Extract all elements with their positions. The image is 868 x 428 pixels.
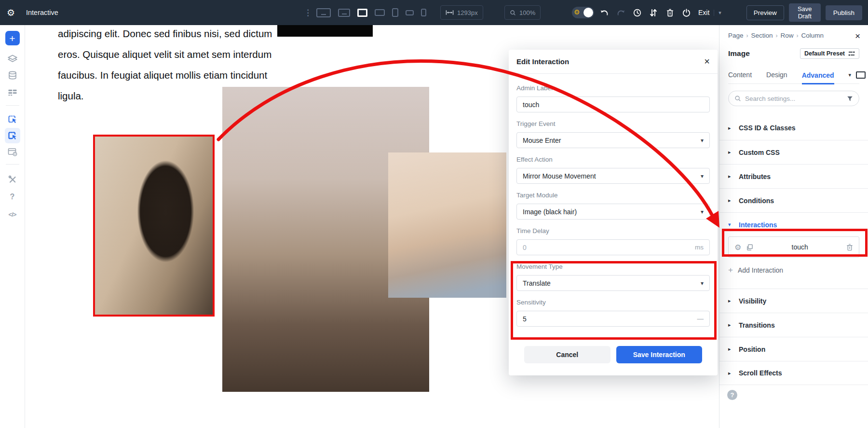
power-icon[interactable] bbox=[678, 0, 694, 25]
search-settings-box bbox=[728, 91, 859, 106]
image-black-hair-portrait[interactable] bbox=[95, 137, 213, 315]
builder-mode-toggle[interactable]: ⚙ bbox=[572, 7, 594, 18]
tools-icon[interactable] bbox=[8, 175, 17, 184]
desktop-icon[interactable] bbox=[338, 9, 350, 17]
default-preset-button[interactable]: Default Preset bbox=[800, 48, 859, 59]
section-visibility[interactable]: ▸ Visibility bbox=[719, 289, 868, 313]
tablet-landscape-icon[interactable] bbox=[375, 9, 385, 16]
time-delay-input[interactable] bbox=[523, 244, 695, 251]
section-attributes[interactable]: ▸ Attributes bbox=[719, 164, 868, 188]
canvas-width-value: 1293px bbox=[457, 9, 478, 16]
chevron-down-icon[interactable]: ▾ bbox=[849, 72, 852, 78]
time-delay-label: Time Delay bbox=[516, 227, 710, 235]
tab-content[interactable]: Content bbox=[728, 71, 752, 80]
chevron-right-icon: ▸ bbox=[728, 125, 733, 131]
interactions-body: ⚙ touch + Add Interaction bbox=[719, 236, 868, 289]
section-scroll-effects[interactable]: ▸ Scroll Effects bbox=[719, 361, 868, 385]
chevron-right-icon: ▸ bbox=[728, 322, 733, 328]
history-clock-icon[interactable] bbox=[629, 0, 645, 25]
duplicate-icon[interactable] bbox=[746, 244, 753, 251]
layers-icon[interactable] bbox=[8, 55, 17, 63]
section-custom-css[interactable]: ▸ Custom CSS bbox=[719, 140, 868, 164]
drag-handle-icon[interactable]: — bbox=[697, 315, 704, 322]
settings-tabs: Content Design Advanced ▾ bbox=[728, 67, 859, 84]
time-delay-unit: ms bbox=[695, 244, 704, 251]
save-interaction-button[interactable]: Save Interaction bbox=[616, 346, 703, 363]
panel-close-icon[interactable]: × bbox=[855, 31, 860, 41]
breadcrumb-row[interactable]: Row bbox=[781, 32, 794, 39]
desktop-view-icon[interactable] bbox=[856, 71, 866, 79]
section-conditions[interactable]: ▸ Conditions bbox=[719, 188, 868, 212]
admin-label-input[interactable] bbox=[523, 101, 704, 109]
help-icon[interactable]: ? bbox=[10, 193, 15, 201]
interaction-name: touch bbox=[753, 243, 846, 251]
target-module-label: Target Module bbox=[516, 192, 710, 199]
sidebar-divider bbox=[6, 164, 19, 165]
top-toolbar: ⚙ Interactive ⋮ 1293px bbox=[0, 0, 868, 25]
section-position[interactable]: ▸ Position bbox=[719, 337, 868, 361]
preview-button[interactable]: Preview bbox=[746, 5, 784, 20]
filter-icon[interactable] bbox=[847, 96, 853, 102]
builder-settings-gear-icon[interactable]: ⚙ bbox=[7, 0, 15, 25]
sort-arrows-icon[interactable] bbox=[645, 0, 662, 25]
zoom-control[interactable]: 100% bbox=[504, 5, 541, 20]
chevron-right-icon: ▸ bbox=[728, 370, 733, 376]
gear-icon[interactable]: ⚙ bbox=[734, 243, 741, 252]
chevron-down-icon[interactable]: ▾ bbox=[714, 10, 721, 16]
search-settings-input[interactable] bbox=[745, 95, 843, 102]
chevron-down-icon: ▾ bbox=[701, 280, 704, 287]
redo-icon[interactable] bbox=[612, 0, 629, 25]
publish-button[interactable]: Publish bbox=[826, 5, 862, 20]
trash-icon[interactable] bbox=[662, 0, 678, 25]
phone-portrait-icon[interactable] bbox=[421, 9, 426, 16]
cancel-button[interactable]: Cancel bbox=[524, 346, 610, 363]
add-interaction-button[interactable]: + Add Interaction bbox=[728, 258, 859, 282]
sensitivity-label: Sensitivity bbox=[516, 299, 710, 306]
tablet-portrait-icon[interactable] bbox=[392, 8, 398, 17]
section-transitions[interactable]: ▸ Transitions bbox=[719, 313, 868, 337]
trigger-event-select[interactable]: Mouse Enter ▾ bbox=[516, 132, 710, 148]
effect-action-select[interactable]: Mirror Mouse Movement ▾ bbox=[516, 168, 710, 184]
code-icon[interactable]: </> bbox=[9, 211, 16, 218]
artboard-view-icon[interactable] bbox=[357, 9, 367, 17]
hover-mode-icon[interactable] bbox=[8, 114, 17, 124]
wireframe-view-icon[interactable] bbox=[8, 89, 17, 96]
breadcrumb-page[interactable]: Page bbox=[728, 32, 744, 39]
history-actions bbox=[596, 0, 694, 25]
database-icon[interactable] bbox=[8, 71, 17, 80]
exit-button[interactable]: Exit bbox=[698, 9, 709, 16]
canvas-width-control[interactable]: 1293px bbox=[440, 5, 483, 20]
sensitivity-input[interactable] bbox=[523, 315, 697, 323]
settings-panel: Page › Section › Row › Column × Image De… bbox=[719, 25, 868, 428]
breadcrumb-column[interactable]: Column bbox=[801, 32, 824, 39]
movement-type-select[interactable]: Translate ▾ bbox=[516, 275, 710, 291]
sidebar-divider bbox=[6, 105, 19, 106]
modal-close-icon[interactable]: × bbox=[704, 56, 710, 67]
help-icon[interactable]: ? bbox=[727, 390, 737, 400]
interaction-row-touch[interactable]: ⚙ touch bbox=[728, 236, 859, 258]
section-interactions[interactable]: ▾ Interactions bbox=[719, 212, 868, 236]
zoom-value: 100% bbox=[519, 9, 535, 16]
section-css-id-classes[interactable]: ▸ CSS ID & Classes bbox=[719, 116, 868, 140]
trash-icon[interactable] bbox=[846, 244, 853, 251]
image-blonde-portrait[interactable] bbox=[388, 152, 506, 298]
desktop-large-icon[interactable] bbox=[316, 8, 331, 17]
phone-landscape-icon[interactable] bbox=[406, 10, 414, 15]
more-options-icon[interactable]: ⋮ bbox=[304, 0, 312, 25]
chevron-down-icon: ▾ bbox=[701, 173, 704, 179]
tab-design[interactable]: Design bbox=[766, 71, 787, 80]
breadcrumb-separator: › bbox=[797, 32, 799, 39]
modal-title: Edit Interaction bbox=[516, 57, 569, 66]
breadcrumb-section[interactable]: Section bbox=[751, 32, 773, 39]
undo-icon[interactable] bbox=[596, 0, 612, 25]
module-settings-icon[interactable] bbox=[8, 148, 17, 156]
target-module-select[interactable]: Image (black hair) ▾ bbox=[516, 204, 710, 220]
browse-models-button[interactable]: BROWSE MODELS bbox=[277, 25, 373, 37]
breadcrumb-separator: › bbox=[776, 32, 778, 39]
chevron-right-icon: ▸ bbox=[728, 197, 733, 204]
chevron-right-icon: ▸ bbox=[728, 346, 733, 352]
save-draft-button[interactable]: Save Draft bbox=[789, 3, 821, 22]
add-module-button[interactable]: + bbox=[5, 31, 20, 45]
tab-advanced[interactable]: Advanced bbox=[802, 71, 834, 84]
click-mode-icon[interactable] bbox=[5, 128, 20, 143]
